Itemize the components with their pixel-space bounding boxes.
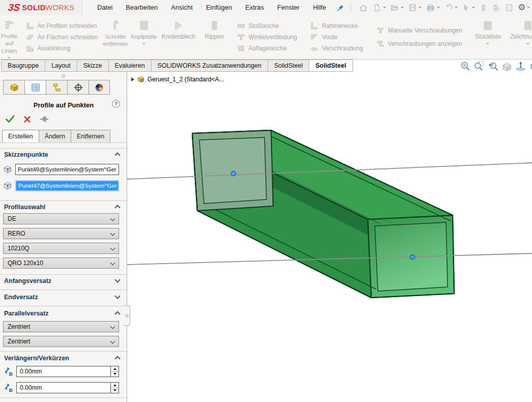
menu-fenster[interactable]: Fenster	[271, 0, 306, 15]
model-scene	[127, 72, 532, 402]
profile-series-select[interactable]: 10210Q	[3, 243, 119, 254]
section-header-skizzenpunkte[interactable]: Skizzenpunkte	[4, 151, 48, 158]
tab-zusatzanwendungen[interactable]: SOLIDWORKS Zusatzanwendungen	[151, 60, 268, 72]
rahmenecke-button[interactable]: Rahmenecke	[310, 22, 363, 30]
home-button[interactable]	[357, 2, 370, 14]
expand-chevron-icon[interactable]	[114, 293, 120, 299]
options-button[interactable]: ⚙	[516, 2, 531, 13]
help-button[interactable]: ?	[111, 99, 121, 108]
tab-aendern[interactable]: Ändern	[39, 130, 71, 143]
collapse-chevron-icon[interactable]	[114, 152, 120, 158]
print-button[interactable]	[424, 2, 441, 14]
profile-auf-linien-button[interactable]: Profile auf Linien	[1, 15, 18, 59]
panel-splitter-handle[interactable]	[124, 305, 130, 326]
zoom-to-fit-icon[interactable]	[459, 60, 471, 73]
graphics-viewport[interactable]: Geruest_1_2 (Standard<A...	[127, 72, 532, 402]
profile-manufacturer-select[interactable]: RERO	[3, 228, 119, 239]
menu-datei[interactable]: Datei	[91, 0, 119, 15]
extend-end-input[interactable]: 0.00mm	[16, 382, 119, 393]
tab-solidsteel-1[interactable]: SolidSteel	[268, 60, 309, 72]
an-flaechen-schneiden-button[interactable]: An Flächen schneiden	[26, 34, 98, 41]
ausklinkung-button[interactable]: Ausklinkung	[26, 45, 98, 52]
select-button[interactable]	[460, 3, 477, 13]
tube-model[interactable]	[192, 130, 454, 298]
tab-erstellen[interactable]: Erstellen	[2, 130, 39, 143]
stepper	[110, 366, 119, 377]
profile-norm-select[interactable]: DE	[3, 213, 119, 224]
sketch-point-field-1[interactable]: Punkt49@Systemlinien@System^Ger	[15, 164, 119, 175]
open-button[interactable]	[389, 2, 405, 13]
tab-baugruppe[interactable]: Baugruppe	[1, 60, 45, 72]
menu-bearbeiten[interactable]: Bearbeiten	[119, 0, 164, 15]
menu-extras[interactable]: Extras	[239, 0, 271, 15]
pin-button[interactable]	[39, 115, 49, 123]
rippen-button[interactable]: Rippen	[200, 15, 228, 59]
section-header-verlaengern[interactable]: Verlängern/Verkürzen	[4, 355, 69, 362]
menu-bar: 3S SOLIDWORKS Datei Bearbeiten Ansicht E…	[0, 0, 532, 15]
tab-layout[interactable]: Layout	[45, 60, 77, 72]
manuelle-verschraubungen-button[interactable]: Manuelle Verschraubungen	[376, 27, 462, 34]
kopfplatte-button[interactable]: Kopfplatte	[131, 15, 157, 59]
verschraubung-button[interactable]: Verschraubung	[310, 45, 363, 52]
parallel-offset-select-2[interactable]: Zentriert	[3, 336, 119, 347]
sketch-point-field-2-selected[interactable]: Punkt47@Systemlinien@System^Ger	[15, 180, 119, 191]
knotenblech-button[interactable]: Knotenblech	[157, 15, 200, 59]
menu-einfuegen[interactable]: Einfügen	[199, 0, 239, 15]
configuration-manager-tab[interactable]	[46, 80, 67, 95]
voute-button[interactable]: Voute	[310, 34, 363, 41]
parallel-offset-select-1[interactable]: Zentriert	[3, 321, 119, 332]
extend-start-input[interactable]: 0.00mm	[16, 366, 119, 377]
view-settings-icon[interactable]	[529, 60, 532, 73]
section-header-profilauswahl[interactable]: Profilauswahl	[4, 204, 45, 211]
section-header-anfangsversatz[interactable]: Anfangsversatz	[4, 277, 51, 284]
normal-to-view-icon[interactable]	[515, 60, 526, 73]
sketch-point-2[interactable]	[410, 255, 415, 260]
verschraubungen-anzeigen-button[interactable]: Verschraubungen anzeigen	[376, 40, 462, 47]
pin-menu-icon[interactable]	[337, 4, 344, 12]
flyout-feature-tree[interactable]: Geruest_1_2 (Standard<A...	[131, 75, 224, 83]
tab-evaluieren[interactable]: Evaluieren	[108, 60, 151, 72]
undo-button[interactable]	[442, 2, 459, 13]
collapse-chevron-icon[interactable]	[114, 356, 120, 361]
property-manager-tab[interactable]	[24, 80, 46, 95]
collapse-chevron-icon[interactable]	[114, 311, 120, 317]
auflagelasche-button[interactable]: Auflagelasche	[237, 45, 297, 52]
schnitte-entfernen-button[interactable]: Schnitte entfernen	[103, 15, 128, 59]
stueckliste-button[interactable]: Stückliste	[470, 15, 506, 59]
tab-solidsteel-2-active[interactable]: SolidSteel	[309, 60, 352, 72]
winkelverbindung-button[interactable]: Winkelverbindung	[237, 34, 297, 41]
force-rebuild-button[interactable]: !	[490, 3, 502, 13]
feature-manager-tab[interactable]	[3, 80, 24, 95]
previous-view-icon[interactable]	[487, 60, 499, 73]
zoom-to-area-icon[interactable]	[473, 60, 485, 73]
tree-expand-icon[interactable]	[131, 77, 134, 81]
panel-resize-handle[interactable]	[62, 74, 65, 78]
spinner-down-button[interactable]	[111, 372, 119, 377]
new-document-button[interactable]	[371, 2, 388, 13]
svg-text:!: !	[498, 6, 499, 11]
section-header-parallelversatz[interactable]: Parallelversatz	[4, 310, 49, 317]
ok-button[interactable]	[5, 114, 15, 124]
section-view-icon[interactable]	[501, 60, 513, 73]
cancel-button[interactable]	[23, 115, 32, 124]
zeichnungen-button[interactable]: Zeichnungen	[506, 15, 532, 59]
collapse-chevron-icon[interactable]	[114, 205, 120, 210]
profile-size-select[interactable]: QRO 120x10	[3, 257, 119, 269]
tab-entfernen[interactable]: Entfernen	[71, 130, 110, 143]
save-button[interactable]	[406, 2, 423, 13]
spinner-up-button[interactable]	[111, 366, 119, 372]
stosslasche-button[interactable]: Stoßlasche	[237, 22, 297, 30]
rebuild-button[interactable]	[478, 3, 489, 13]
section-header-endversatz[interactable]: Endversatz	[4, 294, 38, 301]
sketch-point-1[interactable]	[231, 171, 236, 176]
menu-hilfe[interactable]: Hilfe	[306, 0, 333, 15]
expand-chevron-icon[interactable]	[114, 277, 120, 282]
tab-skizze[interactable]: Skizze	[77, 60, 108, 72]
menu-ansicht[interactable]: Ansicht	[164, 0, 199, 15]
display-manager-tab[interactable]	[88, 80, 110, 95]
spinner-down-button[interactable]	[111, 388, 119, 393]
dimxpert-manager-tab[interactable]	[67, 80, 88, 95]
spinner-up-button[interactable]	[111, 383, 119, 388]
file-properties-button[interactable]	[503, 2, 515, 13]
an-profilen-schneiden-button[interactable]: An Profilen schneiden	[26, 22, 98, 30]
